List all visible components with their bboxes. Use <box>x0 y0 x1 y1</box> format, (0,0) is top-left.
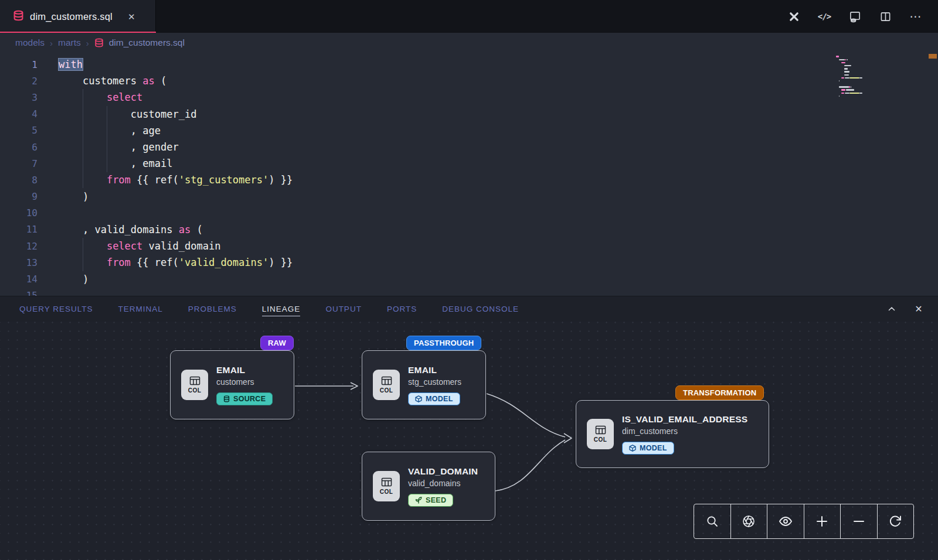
table-name: dim_customers <box>622 426 678 436</box>
panel-tab-ports[interactable]: PORTS <box>387 302 417 316</box>
lineage-node-dim-customers[interactable]: COL IS_VALID_EMAIL_ADDRESS dim_customers… <box>576 400 769 468</box>
code-line: 5 , age <box>0 122 938 139</box>
cube-icon <box>415 395 422 402</box>
tab-label: dim_customers.sql <box>30 11 113 22</box>
zoom-in-icon[interactable] <box>804 504 841 538</box>
overview-ruler-mark <box>929 54 937 59</box>
code-line: 7 , email <box>0 155 938 172</box>
graph-toolbar <box>694 504 914 539</box>
model-badge: MODEL <box>622 442 674 455</box>
code-editor[interactable]: 1with2 customers as (3 select4 customer_… <box>0 53 938 296</box>
badge-label: MODEL <box>640 444 667 452</box>
tab-dim-customers-sql[interactable]: dim_customers.sql ✕ <box>0 0 156 33</box>
editor-tab-bar: dim_customers.sql ✕ </> <box>0 0 938 33</box>
search-icon[interactable] <box>694 504 731 538</box>
tag-raw: RAW <box>260 336 294 350</box>
lineage-canvas[interactable]: COL EMAIL customers SOURCE <box>0 322 938 560</box>
panel-tab-output[interactable]: OUTPUT <box>325 302 362 316</box>
indent-guide <box>83 238 83 271</box>
dbt-run-icon[interactable] <box>787 9 801 23</box>
column-icon: COL <box>373 370 400 400</box>
code-line: 1with <box>0 56 938 73</box>
indent-guide <box>83 89 83 188</box>
database-icon <box>13 10 24 23</box>
zoom-out-icon[interactable] <box>841 504 878 538</box>
breadcrumb-marts[interactable]: marts <box>58 37 81 48</box>
refresh-icon[interactable] <box>878 504 914 538</box>
lineage-node-valid-domains[interactable]: COL VALID_DOMAIN valid_domains SEED <box>362 452 495 521</box>
breadcrumb-file[interactable]: dim_customers.sql <box>109 37 185 48</box>
col-kind-label: COL <box>594 436 607 443</box>
code-lines: 1with2 customers as (3 select4 customer_… <box>0 53 938 296</box>
column-name: IS_VALID_EMAIL_ADDRESS <box>622 414 747 425</box>
panel-tab-problems[interactable]: PROBLEMS <box>188 302 237 316</box>
column-name: EMAIL <box>216 365 245 375</box>
lineage-node-customers-email[interactable]: COL EMAIL customers SOURCE <box>170 350 294 419</box>
eye-icon[interactable] <box>767 504 804 538</box>
code-line: 9 ) <box>0 189 938 205</box>
code-line: 11 , valid_domains as ( <box>0 221 938 238</box>
tag-passthrough: PASSTHROUGH <box>406 336 481 350</box>
seed-badge: SEED <box>408 494 453 507</box>
panel-tab-query-results[interactable]: QUERY RESULTS <box>19 302 93 316</box>
code-line: 12 select valid_domain <box>0 238 938 254</box>
database-icon <box>223 395 230 402</box>
col-kind-label: COL <box>380 489 393 495</box>
panel-actions: ✕ <box>885 303 925 316</box>
close-panel-icon[interactable]: ✕ <box>912 303 925 316</box>
badge-label: SEED <box>426 496 446 504</box>
chevron-right-icon: › <box>50 38 53 48</box>
panel-tab-terminal[interactable]: TERMINAL <box>118 302 163 316</box>
col-kind-label: COL <box>188 387 201 394</box>
code-line: 8 from {{ ref('stg_customers') }} <box>0 172 938 188</box>
close-tab-icon[interactable]: ✕ <box>128 12 135 21</box>
more-actions-icon[interactable]: ⋯ <box>909 9 923 23</box>
badge-label: SOURCE <box>233 395 266 403</box>
table-name: stg_customers <box>408 377 461 387</box>
source-badge: SOURCE <box>216 392 273 405</box>
code-line: 13 from {{ ref('valid_domains') }} <box>0 254 938 271</box>
indent-guide <box>107 106 107 172</box>
code-line: 2 customers as ( <box>0 73 938 89</box>
code-line: 6 , gender <box>0 139 938 155</box>
panel-header: QUERY RESULTSTERMINALPROBLEMSLINEAGEOUTP… <box>0 296 938 322</box>
app-window: dim_customers.sql ✕ </> <box>0 0 938 560</box>
code-line: 15 <box>0 288 938 296</box>
column-name: EMAIL <box>408 365 437 375</box>
col-kind-label: COL <box>380 387 393 394</box>
minimap[interactable] <box>836 55 903 101</box>
seedling-icon <box>415 496 422 504</box>
panel-tab-lineage[interactable]: LINEAGE <box>262 302 301 316</box>
editor-actions: </> ⋯ <box>787 0 938 33</box>
column-icon: COL <box>373 471 400 501</box>
tag-transformation: TRANSFORMATION <box>675 385 764 400</box>
chevron-right-icon: › <box>86 38 89 48</box>
breadcrumb: models › marts › dim_customers.sql <box>0 33 938 53</box>
model-badge: MODEL <box>408 392 460 405</box>
cube-icon <box>629 445 636 452</box>
code-icon[interactable]: </> <box>817 9 831 23</box>
column-icon: COL <box>181 370 208 400</box>
badge-label: MODEL <box>426 395 453 403</box>
breadcrumb-models[interactable]: models <box>15 37 45 48</box>
code-line: 3 select <box>0 89 938 105</box>
table-name: valid_domains <box>408 479 461 488</box>
split-editor-icon[interactable] <box>878 9 892 23</box>
database-icon <box>94 38 104 47</box>
aperture-icon[interactable] <box>731 504 768 538</box>
table-name: customers <box>216 377 254 387</box>
compiled-query-icon[interactable] <box>848 9 862 23</box>
column-icon: COL <box>587 419 614 449</box>
panel-tab-debug-console[interactable]: DEBUG CONSOLE <box>442 302 519 316</box>
lineage-node-stg-customers-email[interactable]: COL EMAIL stg_customers MODEL <box>362 350 486 419</box>
panel-tabs: QUERY RESULTSTERMINALPROBLEMSLINEAGEOUTP… <box>19 296 519 322</box>
collapse-panel-icon[interactable] <box>885 303 898 316</box>
code-line: 10 <box>0 205 938 221</box>
column-name: VALID_DOMAIN <box>408 466 478 477</box>
code-line: 14 ) <box>0 271 938 287</box>
code-line: 4 customer_id <box>0 106 938 122</box>
